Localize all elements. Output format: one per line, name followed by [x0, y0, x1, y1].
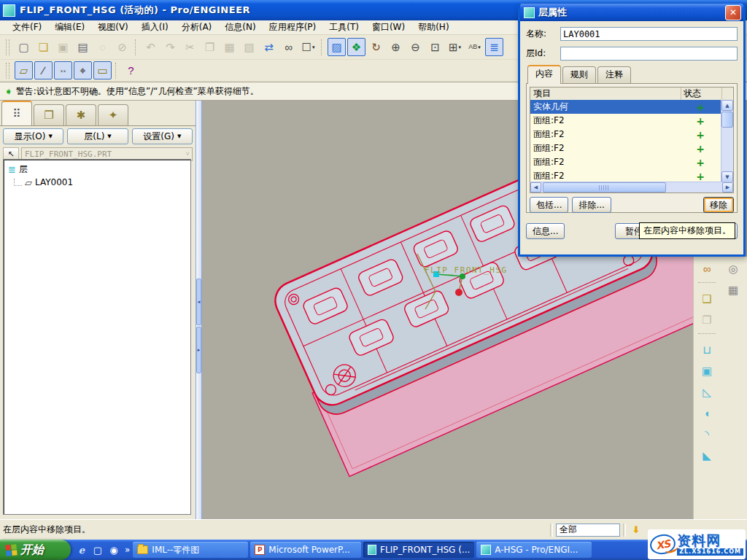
scroll-down-icon[interactable]: ▼ [721, 171, 733, 182]
search-down-icon[interactable]: ⬇ [629, 524, 643, 537]
menu-item[interactable]: 视图(V) [91, 20, 135, 35]
find-icon[interactable]: ∞ [279, 38, 298, 56]
layer-id-input[interactable] [560, 47, 738, 61]
menu-item[interactable]: 工具(T) [322, 20, 365, 35]
zoom-in-icon[interactable]: ⊕ [387, 38, 405, 56]
selection-filter-combo[interactable]: 全部 [556, 524, 620, 537]
chain-link-icon[interactable]: ∞ [698, 260, 716, 278]
scroll-up-icon[interactable]: ▲ [721, 100, 733, 111]
note-tags-icon[interactable]: ❒ [698, 311, 716, 329]
taskbar-task[interactable]: PMicrosoft PowerP... [250, 542, 361, 558]
dialog-title-bar[interactable]: 层属性 ✕ [520, 4, 743, 21]
scroll-right-icon[interactable]: ▶ [722, 182, 733, 192]
tab-folder-browser[interactable]: ❐ [34, 104, 64, 125]
slot-feature-icon[interactable]: ⊔ [698, 341, 716, 359]
table-row[interactable]: 面组:F2+ [530, 114, 721, 128]
table-row[interactable]: 面组:F2+ [530, 128, 721, 141]
menu-item[interactable]: 文件(F) [6, 20, 48, 35]
table-row[interactable]: 实体几何+ [530, 100, 721, 114]
table-row[interactable]: 面组:F2+ [530, 155, 721, 169]
paste-icon[interactable]: ▦ [220, 38, 239, 56]
taskbar-task[interactable]: FLIP_FRONT_HSG (... [363, 542, 474, 558]
context-help-icon[interactable]: ? [122, 61, 140, 79]
settings-menu-button[interactable]: 设置(G)▼ [132, 128, 193, 144]
taskbar-task[interactable]: IML--零件图 [133, 542, 248, 558]
close-window-icon[interactable]: ⊘ [113, 38, 131, 56]
exclude-button[interactable]: 排除... [572, 197, 611, 213]
orient-mode-icon[interactable]: ↻ [367, 38, 385, 56]
dialog-tab-注释[interactable]: 注释 [597, 66, 631, 83]
regenerate-icon[interactable]: ⇄ [260, 38, 278, 56]
vertical-scrollbar[interactable]: ▲ ▼ [721, 100, 733, 182]
selection-filter-icon[interactable]: ☐▾ [299, 38, 317, 56]
include-button[interactable]: 包括... [530, 197, 568, 213]
menu-item[interactable]: 插入(I) [135, 20, 175, 35]
collapse-left-handle[interactable]: ◂ [196, 279, 201, 325]
vertical-scroll-thumb[interactable] [721, 112, 733, 128]
menu-item[interactable]: 编辑(E) [48, 20, 91, 35]
paste-special-icon[interactable]: ▧ [240, 38, 258, 56]
horizontal-scroll-thumb[interactable] [543, 182, 666, 192]
horizontal-scrollbar[interactable]: ◀ ▶ [530, 182, 733, 192]
show-menu-button[interactable]: 显示(O)▼ [3, 128, 63, 144]
dialog-tab-规则[interactable]: 规则 [562, 66, 596, 83]
note-tag-icon[interactable]: ❑ [698, 289, 716, 308]
menu-item[interactable]: 信息(N) [218, 20, 262, 35]
print-icon[interactable]: ▤ [74, 38, 92, 56]
save-icon[interactable]: ▣ [54, 38, 72, 56]
table-row[interactable]: 面组:F2+ [530, 141, 721, 155]
draft-feature-icon[interactable]: ◺ [698, 383, 716, 401]
saved-views-icon[interactable]: ⊞▾ [446, 38, 464, 56]
layer-name-input[interactable] [560, 27, 738, 41]
overflow-chevron[interactable]: » [125, 545, 130, 555]
toolbar-grip[interactable] [6, 63, 9, 79]
toolbar-grip[interactable] [6, 39, 9, 55]
tab-model-tree[interactable]: ⠿ [1, 101, 32, 125]
tab-favorites[interactable]: ✱ [66, 104, 96, 125]
start-button[interactable]: 开始 [0, 540, 71, 560]
collapse-right-handle[interactable]: ▸ [196, 327, 201, 373]
dialog-tab-内容[interactable]: 内容 [527, 65, 561, 84]
taskbar-task[interactable]: A-HSG - Pro/ENGI... [476, 542, 592, 558]
menu-item[interactable]: 窗口(W) [365, 20, 411, 35]
show-desktop-icon[interactable]: ▢ [91, 543, 104, 556]
undo-icon[interactable]: ↶ [142, 38, 160, 56]
datum-points-toggle[interactable]: ᙮᙮ [54, 61, 72, 79]
new-file-icon[interactable]: ▢ [15, 38, 33, 56]
cut-icon[interactable]: ✂ [181, 38, 199, 56]
scroll-left-icon[interactable]: ◀ [530, 182, 541, 192]
menu-item[interactable]: 应用程序(P) [263, 20, 323, 35]
repaint-icon[interactable]: ▨ [328, 38, 346, 56]
layers-icon[interactable]: ≣ [485, 38, 503, 56]
panel-splitter[interactable]: ◂ ▸ [196, 101, 202, 519]
annotations-icon[interactable]: AB▾ [465, 38, 484, 56]
media-player-icon[interactable]: ◉ [107, 543, 120, 556]
tab-connections[interactable]: ✦ [98, 104, 128, 125]
table-row[interactable]: 面组:F2+ [530, 169, 721, 182]
spin-center-icon[interactable]: ❖ [347, 38, 365, 56]
column-header-status[interactable]: 状态 [681, 88, 722, 100]
copy-icon[interactable]: ❐ [201, 38, 219, 56]
internet-explorer-icon[interactable]: e [75, 543, 88, 556]
pattern-icon[interactable]: ▦ [724, 281, 743, 299]
chamfer-feature-icon[interactable]: ◣ [698, 446, 716, 464]
remove-button[interactable]: 移除 [703, 197, 734, 213]
zoom-out-icon[interactable]: ⊖ [406, 38, 425, 56]
redo-icon[interactable]: ↷ [161, 38, 179, 56]
shell-feature-icon[interactable]: ▣ [698, 362, 716, 380]
close-icon[interactable]: ✕ [725, 5, 741, 20]
column-header-item[interactable]: 项目 [530, 88, 681, 100]
annotation-display-toggle[interactable]: ▭ [93, 61, 112, 79]
layer-menu-button[interactable]: 层(L)▼ [67, 128, 128, 144]
datum-planes-toggle[interactable]: ▱ [15, 61, 33, 79]
layer-tree-root[interactable]: ≣ 层 [5, 163, 189, 176]
datum-axes-toggle[interactable]: ∕ [34, 61, 53, 79]
menu-item[interactable]: 帮助(H) [411, 20, 455, 35]
open-file-icon[interactable]: ❏ [34, 38, 53, 56]
layer-tree-item[interactable]: ▱ LAY0001 [14, 176, 189, 189]
intersect-icon[interactable]: ◎ [724, 260, 743, 278]
rib-feature-icon[interactable]: ◖ [698, 404, 716, 422]
menu-item[interactable]: 分析(A) [175, 20, 219, 35]
info-button[interactable]: 信息... [526, 223, 565, 239]
refit-icon[interactable]: ⊡ [426, 38, 444, 56]
